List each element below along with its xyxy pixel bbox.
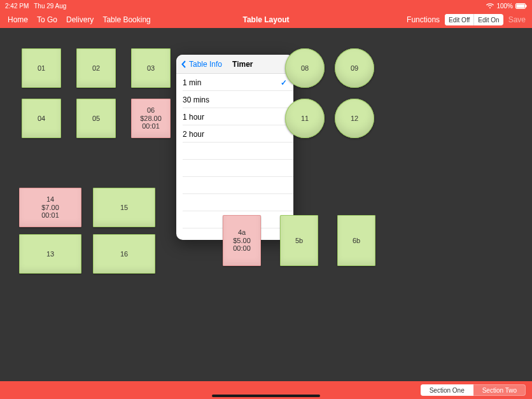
table-line: 15: [120, 204, 128, 212]
timer-popover: Table Info Timer 1 min✓30 mins1 hour2 ho…: [176, 55, 293, 240]
timer-option-label: 1 min: [183, 78, 201, 87]
empty-row: [176, 160, 293, 177]
timer-option-label: 30 mins: [183, 95, 209, 104]
edit-off-button[interactable]: Edit Off: [445, 14, 474, 25]
popover-title: Timer: [232, 60, 253, 69]
table-line: 14: [46, 195, 54, 204]
table-02[interactable]: 02: [76, 48, 116, 88]
nav-bar: Home To Go Delivery Table Booking Table …: [0, 11, 532, 28]
save-button[interactable]: Save: [508, 15, 526, 24]
section-one-button[interactable]: Section One: [421, 384, 473, 396]
table-line: 09: [351, 64, 358, 73]
table-line: 00:00: [233, 244, 251, 253]
table-canvas: Table Info Timer 1 min✓30 mins1 hour2 ho…: [0, 28, 532, 381]
table-line: 6b: [353, 237, 360, 245]
table-4a[interactable]: 4a$5.0000:00: [223, 215, 261, 266]
battery-icon: [515, 3, 527, 9]
table-line: 02: [92, 64, 100, 73]
table-line: 04: [38, 115, 45, 123]
home-indicator: [212, 395, 320, 397]
nav-table-booking[interactable]: Table Booking: [102, 15, 150, 24]
chevron-left-icon: [181, 60, 186, 68]
status-bar: 2:42 PM Thu 29 Aug 100%: [0, 0, 532, 11]
status-date: Thu 29 Aug: [34, 3, 66, 10]
timer-option[interactable]: 30 mins: [176, 91, 293, 108]
table-16[interactable]: 16: [93, 234, 155, 274]
table-06[interactable]: 06$28.0000:01: [131, 99, 171, 138]
status-battery-pct: 100%: [496, 3, 513, 10]
nav-delivery[interactable]: Delivery: [66, 15, 94, 24]
table-11[interactable]: 11: [285, 99, 325, 138]
table-line: 03: [147, 64, 155, 73]
table-12[interactable]: 12: [335, 99, 374, 138]
empty-row: [176, 177, 293, 194]
table-5b[interactable]: 5b: [280, 215, 318, 266]
table-line: $5.00: [233, 237, 251, 245]
back-button[interactable]: Table Info: [181, 60, 222, 69]
table-line: 4a: [238, 228, 246, 237]
table-6b[interactable]: 6b: [337, 215, 375, 266]
table-line: 01: [38, 64, 45, 73]
edit-on-button[interactable]: Edit On: [474, 14, 503, 25]
popover-header: Table Info Timer: [176, 55, 293, 74]
table-line: 16: [120, 250, 128, 258]
status-time: 2:42 PM: [5, 3, 29, 10]
empty-row: [176, 143, 293, 160]
table-line: 12: [351, 115, 358, 123]
timer-option[interactable]: 1 min✓: [176, 74, 293, 91]
nav-to-go[interactable]: To Go: [37, 15, 57, 24]
table-line: 00:01: [41, 211, 59, 220]
table-01[interactable]: 01: [22, 48, 61, 88]
check-icon: ✓: [281, 78, 287, 87]
table-line: 06: [147, 106, 155, 115]
table-14[interactable]: 14$7.0000:01: [19, 188, 81, 227]
timer-option-label: 2 hour: [183, 130, 204, 139]
table-05[interactable]: 05: [76, 99, 116, 138]
nav-home[interactable]: Home: [8, 15, 28, 24]
table-line: 08: [301, 64, 309, 73]
svg-rect-1: [517, 4, 525, 8]
section-two-button[interactable]: Section Two: [473, 384, 526, 396]
table-09[interactable]: 09: [335, 48, 374, 88]
table-line: 00:01: [142, 122, 160, 130]
table-line: 5b: [295, 237, 303, 245]
nav-functions[interactable]: Functions: [407, 15, 440, 24]
table-13[interactable]: 13: [19, 234, 81, 274]
timer-option[interactable]: 1 hour: [176, 108, 293, 125]
empty-row: [176, 194, 293, 211]
bottom-bar: Section One Section Two: [0, 381, 532, 399]
table-line: 05: [92, 115, 100, 123]
table-08[interactable]: 08: [285, 48, 325, 88]
timer-option-label: 1 hour: [183, 113, 204, 122]
table-03[interactable]: 03: [131, 48, 171, 88]
section-toggle: Section One Section Two: [421, 384, 526, 396]
table-line: $7.00: [41, 204, 59, 212]
table-15[interactable]: 15: [93, 188, 155, 227]
table-line: 13: [46, 250, 54, 258]
table-line: 11: [301, 115, 309, 123]
table-line: $28.00: [140, 115, 162, 123]
back-label: Table Info: [189, 60, 222, 69]
timer-option[interactable]: 2 hour: [176, 125, 293, 143]
wifi-icon: [486, 3, 494, 9]
edit-toggle: Edit Off Edit On: [445, 14, 503, 25]
table-04[interactable]: 04: [22, 99, 61, 138]
svg-rect-2: [526, 4, 527, 7]
